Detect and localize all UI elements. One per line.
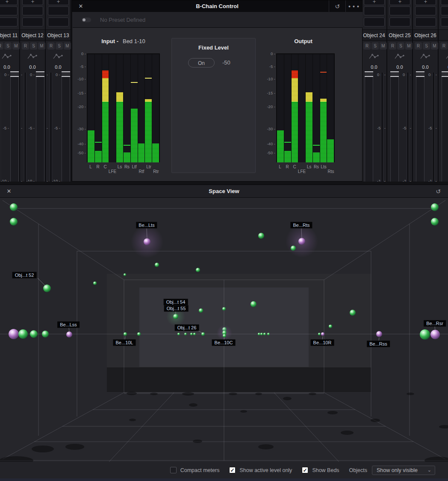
space-object-label[interactable]: Obj...t 52	[12, 272, 37, 279]
space-object-sphere-purple[interactable]	[298, 238, 305, 245]
fader-handle[interactable]	[416, 71, 424, 77]
history-icon[interactable]: ↺	[432, 185, 445, 198]
space-object-label[interactable]: Be...10L	[113, 340, 136, 346]
space-object-sphere-green[interactable]	[258, 233, 264, 239]
plugin-slot[interactable]	[0, 18, 18, 26]
mute-button[interactable]: M	[12, 42, 20, 50]
track-name-label[interactable]	[439, 29, 448, 41]
track-name-label[interactable]: Object 13	[46, 29, 71, 41]
space-object-sphere-green[interactable]	[155, 263, 159, 267]
plugin-slot[interactable]	[389, 6, 410, 15]
space-object-sphere-green[interactable]	[318, 333, 321, 335]
space-object-label[interactable]: Be...Rss	[367, 341, 390, 347]
fixed-level-on-button[interactable]: On	[188, 58, 215, 67]
fader-gain-value[interactable]: 0.0	[46, 65, 71, 70]
checkbox-show-beds[interactable]: ✓Show Beds	[302, 467, 339, 473]
fader-handle[interactable]	[36, 71, 44, 77]
fader-gain-value[interactable]: 0.0	[439, 65, 448, 70]
space-object-sphere-green[interactable]	[222, 307, 226, 311]
plugin-slot[interactable]	[364, 18, 385, 26]
space-object-sphere-green[interactable]	[431, 218, 439, 226]
space-object-sphere-purple[interactable]	[66, 331, 72, 337]
space-object-sphere-green[interactable]	[350, 310, 356, 316]
space-object-sphere-purple[interactable]	[144, 238, 150, 245]
space-object-sphere-green[interactable]	[258, 333, 260, 335]
space-object-sphere-green[interactable]	[291, 246, 296, 251]
space-object-sphere-green[interactable]	[196, 268, 200, 272]
track-name-label[interactable]: Object 24	[362, 29, 386, 41]
space-object-sphere-green[interactable]	[260, 333, 263, 335]
fader-gain-value[interactable]: 0.0	[413, 65, 438, 70]
space-object-sphere-green[interactable]	[201, 332, 205, 336]
record-arm-button[interactable]: R	[440, 42, 448, 50]
checkbox-box[interactable]	[170, 467, 177, 473]
mute-button[interactable]: M	[38, 42, 45, 50]
plugin-slot[interactable]	[22, 18, 43, 26]
space-object-sphere-green[interactable]	[184, 333, 187, 335]
space-object-sphere-green[interactable]	[124, 273, 126, 276]
fader-track[interactable]	[390, 71, 399, 184]
space-object-label[interactable]: Be...Lts	[136, 222, 157, 229]
solo-button[interactable]: S	[423, 42, 430, 50]
checkbox-box[interactable]: ✓	[229, 467, 236, 473]
plugin-slot[interactable]	[48, 18, 69, 26]
solo-button[interactable]: S	[30, 42, 37, 50]
space-object-sphere-green[interactable]	[18, 329, 28, 339]
record-arm-button[interactable]: R	[0, 42, 3, 50]
automation-curve-icon[interactable]	[446, 53, 448, 62]
plugin-slot[interactable]	[48, 6, 69, 15]
fader-gain-value[interactable]: 0.0	[387, 65, 412, 70]
space-object-sphere-green[interactable]	[420, 329, 430, 340]
fader-track[interactable]	[416, 71, 424, 184]
preset-toggle[interactable]	[82, 18, 91, 22]
fader-gain-value[interactable]: 0.0	[20, 65, 45, 70]
record-arm-button[interactable]: R	[389, 42, 396, 50]
space-object-sphere-green[interactable]	[10, 218, 18, 226]
fader-handle[interactable]	[442, 71, 448, 77]
add-plugin-slot[interactable]: +	[364, 0, 385, 5]
solo-button[interactable]: S	[56, 42, 63, 50]
mute-button[interactable]: M	[405, 42, 413, 50]
plugin-slot[interactable]	[0, 6, 18, 15]
automation-curve-icon[interactable]	[395, 53, 406, 62]
fader-handle[interactable]	[365, 71, 373, 77]
space-object-sphere-green[interactable]	[93, 282, 97, 285]
space-object-sphere-green[interactable]	[173, 314, 178, 319]
space-object-sphere-green[interactable]	[42, 331, 49, 337]
plugin-slot[interactable]	[22, 6, 43, 15]
close-icon[interactable]: ✕	[4, 185, 14, 198]
fader-track[interactable]	[10, 71, 19, 184]
space-object-sphere-green[interactable]	[190, 333, 193, 335]
fader-track[interactable]	[365, 71, 373, 184]
space-object-label[interactable]: Obj...t 55	[164, 305, 189, 312]
track-name-label[interactable]: Object 25	[387, 29, 412, 41]
space-object-sphere-green[interactable]	[251, 301, 256, 307]
plugin-slot[interactable]	[389, 18, 410, 26]
add-plugin-slot[interactable]: +	[22, 0, 43, 5]
automation-curve-icon[interactable]	[2, 53, 13, 62]
space-object-sphere-green[interactable]	[267, 333, 270, 335]
space-object-label[interactable]: Obj...t 54	[164, 299, 188, 305]
space-object-sphere-green[interactable]	[10, 203, 18, 211]
space-object-sphere-green[interactable]	[30, 330, 38, 338]
space-object-sphere-green[interactable]	[43, 284, 51, 292]
space-object-sphere-purple[interactable]	[321, 332, 324, 336]
fader-handle[interactable]	[390, 71, 399, 77]
space-object-sphere-green[interactable]	[193, 333, 196, 335]
space-object-sphere-purple[interactable]	[9, 329, 19, 339]
automation-curve-icon[interactable]	[27, 53, 38, 62]
fader-track[interactable]	[442, 71, 448, 184]
fader-gain-value[interactable]: 0.0	[362, 65, 386, 70]
space-object-label[interactable]: Be...Rts	[290, 222, 312, 229]
automation-curve-icon[interactable]	[420, 53, 431, 62]
add-plugin-slot[interactable]: +	[0, 0, 18, 5]
solo-button[interactable]: S	[371, 42, 379, 50]
record-arm-button[interactable]: R	[47, 42, 55, 50]
plugin-slot[interactable]	[441, 18, 448, 26]
automation-curve-icon[interactable]	[53, 53, 64, 62]
space-object-label[interactable]: Be...10C	[212, 340, 236, 346]
mute-button[interactable]: M	[431, 42, 438, 50]
plugin-slot[interactable]	[415, 6, 436, 15]
record-arm-button[interactable]: R	[22, 42, 29, 50]
add-plugin-slot[interactable]: +	[48, 0, 69, 5]
